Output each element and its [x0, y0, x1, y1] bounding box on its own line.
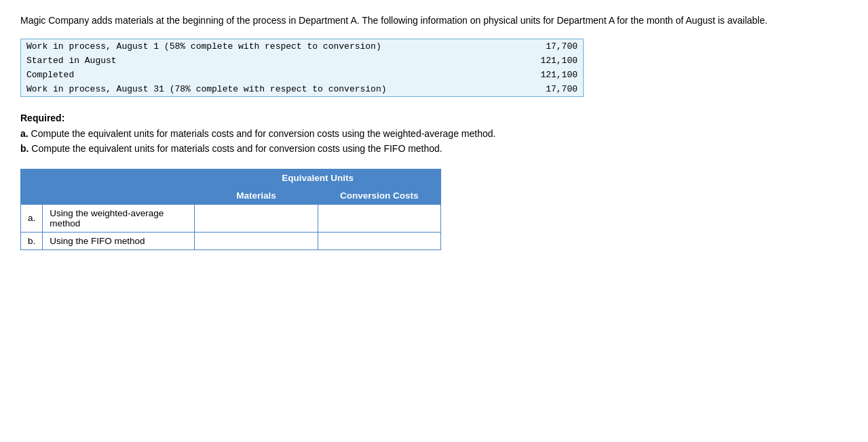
required-title: Required: — [20, 113, 848, 123]
conversion-value-input[interactable] — [325, 213, 434, 223]
materials-value-input[interactable] — [202, 236, 310, 246]
equiv-conversion-input[interactable] — [318, 204, 440, 232]
equiv-table-header-row: Equivalent Units — [21, 169, 441, 186]
equiv-letter-header — [21, 186, 43, 204]
equiv-row-label: Using the weighted-average method — [43, 204, 195, 232]
data-table: Work in process, August 1 (58% complete … — [21, 39, 583, 96]
equiv-materials-input[interactable] — [195, 232, 318, 249]
required-item-letter: b. — [20, 143, 29, 154]
data-table-row: Completed 121,100 — [21, 68, 583, 82]
equiv-conversion-input[interactable] — [318, 232, 440, 249]
equiv-main-header: Equivalent Units — [195, 169, 441, 186]
equiv-label-header — [43, 186, 195, 204]
equiv-corner-cell — [21, 169, 195, 186]
data-table-row: Work in process, August 31 (78% complete… — [21, 82, 583, 96]
conversion-value-input[interactable] — [325, 236, 434, 246]
data-row-value: 17,700 — [415, 39, 583, 54]
data-table-row: Work in process, August 1 (58% complete … — [21, 39, 583, 54]
intro-paragraph: Magic Company adds materials at the begi… — [20, 14, 848, 28]
required-item-letter: a. — [20, 128, 29, 139]
required-item: a. Compute the equivalent units for mate… — [20, 126, 848, 141]
equiv-table-row: a. Using the weighted-average method — [21, 204, 441, 232]
data-row-value: 121,100 — [415, 68, 583, 82]
equiv-row-letter: b. — [21, 232, 43, 249]
materials-value-input[interactable] — [202, 213, 310, 223]
equiv-table: Equivalent Units Materials Conversion Co… — [20, 169, 441, 250]
data-table-wrapper: Work in process, August 1 (58% complete … — [20, 39, 584, 97]
equiv-table-row: b. Using the FIFO method — [21, 232, 441, 249]
data-row-label: Work in process, August 1 (58% complete … — [21, 39, 415, 54]
equiv-row-letter: a. — [21, 204, 43, 232]
equiv-row-label: Using the FIFO method — [43, 232, 195, 249]
data-row-label: Completed — [21, 68, 415, 82]
data-row-label: Started in August — [21, 54, 415, 68]
equiv-materials-input[interactable] — [195, 204, 318, 232]
required-item: b. Compute the equivalent units for mate… — [20, 141, 848, 156]
equiv-materials-header: Materials — [195, 186, 318, 204]
data-row-value: 17,700 — [415, 82, 583, 96]
data-row-value: 121,100 — [415, 54, 583, 68]
data-row-label: Work in process, August 31 (78% complete… — [21, 82, 415, 96]
equiv-table-subheader-row: Materials Conversion Costs — [21, 186, 441, 204]
equiv-conversion-header: Conversion Costs — [318, 186, 440, 204]
required-section: Required: a. Compute the equivalent unit… — [20, 113, 848, 157]
equiv-table-container: Equivalent Units Materials Conversion Co… — [20, 169, 848, 250]
data-table-row: Started in August 121,100 — [21, 54, 583, 68]
